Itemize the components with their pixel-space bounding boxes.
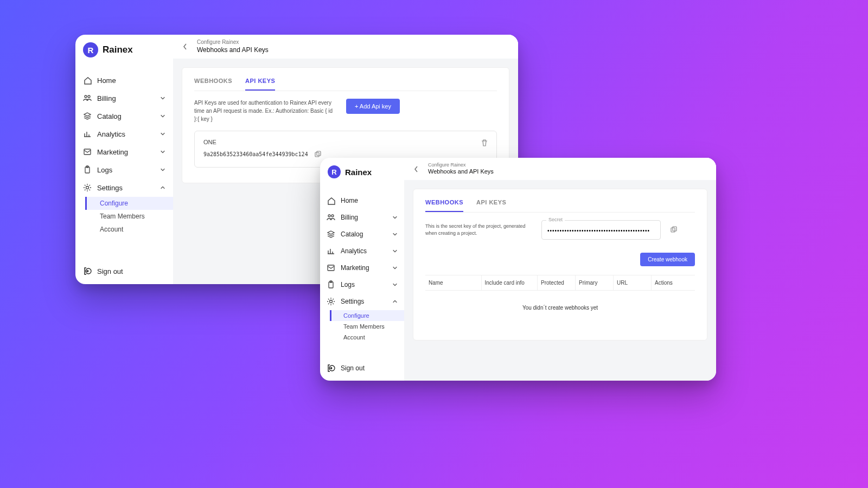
nav-settings-label: Settings [97, 184, 123, 192]
chevron-down-icon [160, 95, 165, 101]
brand-name: Rainex [345, 168, 372, 177]
signout-icon [83, 267, 92, 275]
nav-home-label: Home [97, 76, 116, 85]
nav-catalog-label: Catalog [341, 230, 363, 238]
col-name: Name [425, 275, 482, 290]
home-icon [327, 196, 335, 205]
brand-name: Rainex [103, 44, 133, 55]
nav-logs-label: Logs [341, 281, 355, 288]
nav-billing[interactable]: Billing [320, 209, 404, 226]
signout-icon [327, 364, 335, 373]
nav-analytics[interactable]: Analytics [320, 243, 404, 259]
tab-apikeys[interactable]: API KEYS [245, 78, 275, 91]
nav-logs[interactable]: Logs [320, 277, 404, 293]
back-button[interactable] [412, 164, 422, 174]
nav-settings-label: Settings [341, 298, 364, 305]
chart-icon [83, 130, 92, 138]
webhooks-empty-message: You didn´t create webhooks yet [425, 291, 695, 325]
chevron-down-icon [392, 265, 398, 271]
col-actions: Actions [652, 275, 695, 290]
nav-analytics-label: Analytics [341, 247, 367, 255]
nav: Home Billing Catalog Analytics Marketing [75, 63, 173, 236]
nav-catalog[interactable]: Catalog [320, 226, 404, 242]
tab-webhooks[interactable]: WEBHOOKS [194, 78, 232, 91]
nav-billing[interactable]: Billing [75, 89, 173, 107]
col-primary: Primary [576, 275, 614, 290]
nav-marketing-label: Marketing [97, 148, 128, 156]
tab-apikeys[interactable]: API KEYS [476, 199, 506, 212]
users-icon [83, 94, 92, 102]
col-card-info: Include card info [482, 275, 538, 290]
nav-marketing[interactable]: Marketing [320, 260, 404, 276]
users-icon [327, 213, 335, 222]
webhooks-card: WEBHOOKS API KEYS This is the secret key… [413, 189, 707, 341]
sign-out[interactable]: Sign out [320, 360, 404, 376]
secret-label: Secret [546, 217, 565, 222]
tabs: WEBHOOKS API KEYS [425, 199, 695, 213]
subnav-account[interactable]: Account [330, 332, 404, 343]
nav-settings[interactable]: Settings [75, 179, 173, 196]
chevron-down-icon [392, 232, 398, 237]
chevron-down-icon [392, 282, 398, 287]
nav: Home Billing Catalog Analytics Marketing [320, 184, 404, 343]
sign-out-label: Sign out [97, 267, 123, 275]
nav-billing-label: Billing [341, 214, 358, 221]
breadcrumb-parent: Configure Rainex [197, 39, 269, 46]
gear-icon [83, 183, 92, 192]
subnav-team-members[interactable]: Team Members [330, 321, 404, 332]
copy-api-key-button[interactable] [312, 150, 322, 159]
chevron-up-icon [160, 185, 165, 190]
mail-icon [83, 147, 92, 156]
sign-out[interactable]: Sign out [75, 262, 173, 280]
copy-icon [669, 226, 677, 234]
page-title: Webhooks and API Keys [197, 46, 269, 54]
nav-home[interactable]: Home [75, 72, 173, 89]
subnav-configure[interactable]: Configure [330, 310, 404, 321]
col-url: URL [614, 275, 652, 290]
nav-marketing-label: Marketing [341, 264, 369, 272]
create-webhook-button[interactable]: Create webhook [640, 253, 695, 266]
logo: R Rainex [320, 163, 404, 184]
settings-subnav: Configure Team Members Account [320, 310, 404, 343]
chevron-down-icon [392, 248, 398, 254]
delete-api-key-button[interactable] [479, 138, 489, 147]
nav-home-label: Home [341, 197, 358, 204]
secret-field[interactable]: Secret •••••••••••••••••••••••••••••••••… [541, 220, 661, 240]
stack-icon [327, 230, 335, 239]
logo: R Rainex [75, 40, 173, 63]
nav-catalog[interactable]: Catalog [75, 107, 173, 125]
clipboard-icon [83, 165, 92, 174]
webhooks-table-header: Name Include card info Protected Primary… [425, 275, 695, 291]
stack-icon [83, 112, 92, 120]
nav-home[interactable]: Home [320, 192, 404, 209]
breadcrumb-parent: Configure Rainex [428, 162, 494, 168]
webhooks-help-text: This is the secret key of the project, g… [425, 223, 534, 237]
apikeys-help-text: API Keys are used for authentication to … [194, 99, 335, 123]
sidebar: R Rainex Home Billing Catalog Analytics [320, 158, 404, 381]
tab-webhooks[interactable]: WEBHOOKS [425, 199, 463, 212]
copy-secret-button[interactable] [668, 225, 678, 235]
back-button[interactable] [181, 42, 190, 52]
nav-marketing[interactable]: Marketing [75, 143, 173, 160]
main-area: Configure Rainex Webhooks and API Keys W… [404, 158, 716, 381]
col-protected: Protected [538, 275, 576, 290]
nav-logs[interactable]: Logs [75, 161, 173, 178]
nav-catalog-label: Catalog [97, 112, 122, 120]
chevron-left-icon [182, 43, 189, 50]
subnav-account[interactable]: Account [85, 223, 173, 236]
sign-out-label: Sign out [341, 364, 365, 372]
chevron-down-icon [160, 167, 165, 172]
nav-settings[interactable]: Settings [320, 293, 404, 310]
add-api-key-button[interactable]: + Add Api key [346, 99, 400, 114]
nav-analytics[interactable]: Analytics [75, 125, 173, 143]
mail-icon [327, 264, 335, 272]
logo-mark-icon: R [328, 165, 341, 178]
api-key-value: 9a285b635233460aa54fe344939bc124 [203, 151, 308, 157]
subnav-configure[interactable]: Configure [85, 197, 173, 210]
trash-icon [480, 139, 488, 146]
chevron-down-icon [160, 131, 165, 137]
subnav-team-members[interactable]: Team Members [85, 210, 173, 223]
breadcrumb: Configure Rainex Webhooks and API Keys [404, 158, 716, 180]
chevron-left-icon [413, 165, 420, 173]
home-icon [83, 76, 92, 85]
